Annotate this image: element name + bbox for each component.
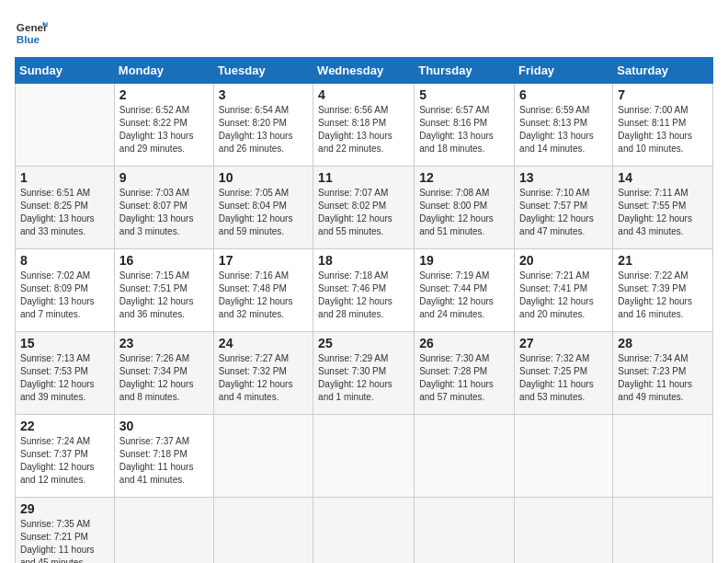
calendar-table: SundayMondayTuesdayWednesdayThursdayFrid…: [15, 57, 713, 563]
day-info: Sunrise: 7:05 AMSunset: 8:04 PMDaylight:…: [219, 187, 308, 238]
calendar-cell-day-23: 23Sunrise: 7:26 AMSunset: 7:34 PMDayligh…: [114, 332, 213, 415]
day-info: Sunrise: 7:10 AMSunset: 7:57 PMDaylight:…: [519, 187, 608, 238]
empty-cell: [515, 498, 613, 564]
day-number: 16: [119, 253, 209, 268]
col-header-tuesday: Tuesday: [213, 58, 313, 84]
day-info: Sunrise: 6:59 AMSunset: 8:13 PMDaylight:…: [519, 104, 608, 155]
calendar-cell-day-20: 20Sunrise: 7:21 AMSunset: 7:41 PMDayligh…: [515, 249, 613, 332]
day-number: 28: [618, 336, 708, 350]
calendar-cell-day-10: 10Sunrise: 7:05 AMSunset: 8:04 PMDayligh…: [213, 167, 313, 249]
day-info: Sunrise: 7:02 AMSunset: 8:09 PMDaylight:…: [20, 270, 109, 321]
empty-cell: [613, 498, 713, 564]
day-number: 4: [318, 87, 409, 102]
svg-text:Blue: Blue: [17, 33, 40, 45]
day-number: 26: [419, 336, 509, 350]
day-info: Sunrise: 7:21 AMSunset: 7:41 PMDaylight:…: [519, 270, 608, 321]
day-number: 25: [318, 336, 409, 350]
day-number: 6: [519, 87, 608, 102]
day-number: 10: [219, 170, 308, 185]
calendar-cell-day-3: 3Sunrise: 6:54 AMSunset: 8:20 PMDaylight…: [213, 84, 313, 167]
col-header-saturday: Saturday: [613, 58, 713, 84]
empty-cell: [114, 498, 213, 564]
col-header-monday: Monday: [114, 58, 213, 84]
day-number: 18: [318, 253, 409, 268]
day-number: 23: [119, 336, 209, 350]
day-info: Sunrise: 7:08 AMSunset: 8:00 PMDaylight:…: [419, 187, 509, 238]
day-info: Sunrise: 7:24 AMSunset: 7:37 PMDaylight:…: [20, 435, 109, 487]
day-info: Sunrise: 7:34 AMSunset: 7:23 PMDaylight:…: [618, 352, 708, 404]
day-number: 11: [318, 170, 409, 185]
day-number: 29: [20, 501, 109, 516]
col-header-friday: Friday: [515, 58, 613, 84]
col-header-wednesday: Wednesday: [313, 58, 415, 84]
calendar-cell-day-16: 16Sunrise: 7:15 AMSunset: 7:51 PMDayligh…: [114, 249, 213, 332]
day-info: Sunrise: 6:54 AMSunset: 8:20 PMDaylight:…: [219, 104, 308, 155]
day-number: 12: [419, 170, 509, 185]
day-number: 3: [219, 87, 308, 102]
calendar-cell-day-25: 25Sunrise: 7:29 AMSunset: 7:30 PMDayligh…: [313, 332, 415, 415]
day-info: Sunrise: 7:29 AMSunset: 7:30 PMDaylight:…: [318, 352, 409, 404]
day-info: Sunrise: 7:30 AMSunset: 7:28 PMDaylight:…: [419, 352, 509, 404]
day-info: Sunrise: 7:19 AMSunset: 7:44 PMDaylight:…: [419, 270, 509, 321]
day-number: 9: [119, 170, 209, 185]
empty-cell: [313, 498, 415, 564]
calendar-cell-day-14: 14Sunrise: 7:11 AMSunset: 7:55 PMDayligh…: [613, 167, 713, 249]
calendar-cell-day-18: 18Sunrise: 7:18 AMSunset: 7:46 PMDayligh…: [313, 249, 415, 332]
col-header-sunday: Sunday: [16, 58, 115, 84]
day-info: Sunrise: 7:26 AMSunset: 7:34 PMDaylight:…: [119, 352, 209, 404]
col-header-thursday: Thursday: [415, 58, 515, 84]
calendar-cell-day-13: 13Sunrise: 7:10 AMSunset: 7:57 PMDayligh…: [515, 167, 613, 249]
day-number: 15: [20, 336, 109, 350]
calendar-cell-day-7: 7Sunrise: 7:00 AMSunset: 8:11 PMDaylight…: [613, 84, 713, 167]
logo-icon: General Blue: [15, 15, 48, 48]
day-number: 22: [20, 419, 109, 433]
day-info: Sunrise: 6:56 AMSunset: 8:18 PMDaylight:…: [318, 104, 409, 155]
calendar-cell-day-1: 1Sunrise: 6:51 AMSunset: 8:25 PMDaylight…: [16, 167, 115, 249]
day-number: 20: [519, 253, 608, 268]
day-number: 14: [618, 170, 708, 185]
calendar-cell-day-28: 28Sunrise: 7:34 AMSunset: 7:23 PMDayligh…: [613, 332, 713, 415]
calendar-cell-day-11: 11Sunrise: 7:07 AMSunset: 8:02 PMDayligh…: [313, 167, 415, 249]
day-number: 30: [119, 419, 209, 433]
empty-cell: [213, 415, 313, 498]
calendar-cell-day-17: 17Sunrise: 7:16 AMSunset: 7:48 PMDayligh…: [213, 249, 313, 332]
logo: General Blue: [15, 15, 48, 48]
day-number: 5: [419, 87, 509, 102]
day-info: Sunrise: 6:51 AMSunset: 8:25 PMDaylight:…: [20, 187, 109, 238]
empty-cell: [415, 415, 515, 498]
day-number: 7: [618, 87, 708, 102]
calendar-cell-day-27: 27Sunrise: 7:32 AMSunset: 7:25 PMDayligh…: [515, 332, 613, 415]
calendar-cell-day-29: 29Sunrise: 7:35 AMSunset: 7:21 PMDayligh…: [16, 498, 115, 564]
empty-cell: [415, 498, 515, 564]
day-number: 24: [219, 336, 308, 350]
day-info: Sunrise: 7:11 AMSunset: 7:55 PMDaylight:…: [618, 187, 708, 238]
day-info: Sunrise: 7:18 AMSunset: 7:46 PMDaylight:…: [318, 270, 409, 321]
day-info: Sunrise: 6:57 AMSunset: 8:16 PMDaylight:…: [419, 104, 509, 155]
day-info: Sunrise: 7:32 AMSunset: 7:25 PMDaylight:…: [519, 352, 608, 404]
empty-cell: [213, 498, 313, 564]
day-info: Sunrise: 6:52 AMSunset: 8:22 PMDaylight:…: [119, 104, 209, 155]
day-number: 2: [119, 87, 209, 102]
day-number: 17: [219, 253, 308, 268]
empty-cell: [16, 84, 115, 167]
calendar-cell-day-21: 21Sunrise: 7:22 AMSunset: 7:39 PMDayligh…: [613, 249, 713, 332]
day-info: Sunrise: 7:27 AMSunset: 7:32 PMDaylight:…: [219, 352, 308, 404]
day-number: 8: [20, 253, 109, 268]
day-info: Sunrise: 7:37 AMSunset: 7:18 PMDaylight:…: [119, 435, 209, 487]
calendar-cell-day-15: 15Sunrise: 7:13 AMSunset: 7:53 PMDayligh…: [16, 332, 115, 415]
calendar-cell-day-6: 6Sunrise: 6:59 AMSunset: 8:13 PMDaylight…: [515, 84, 613, 167]
calendar-cell-day-26: 26Sunrise: 7:30 AMSunset: 7:28 PMDayligh…: [415, 332, 515, 415]
empty-cell: [313, 415, 415, 498]
calendar-cell-day-22: 22Sunrise: 7:24 AMSunset: 7:37 PMDayligh…: [16, 415, 115, 498]
calendar-cell-day-12: 12Sunrise: 7:08 AMSunset: 8:00 PMDayligh…: [415, 167, 515, 249]
day-info: Sunrise: 7:13 AMSunset: 7:53 PMDaylight:…: [20, 352, 109, 404]
calendar-cell-day-19: 19Sunrise: 7:19 AMSunset: 7:44 PMDayligh…: [415, 249, 515, 332]
day-number: 13: [519, 170, 608, 185]
day-number: 21: [618, 253, 708, 268]
calendar-cell-day-24: 24Sunrise: 7:27 AMSunset: 7:32 PMDayligh…: [213, 332, 313, 415]
day-number: 27: [519, 336, 608, 350]
empty-cell: [515, 415, 613, 498]
calendar-cell-day-9: 9Sunrise: 7:03 AMSunset: 8:07 PMDaylight…: [114, 167, 213, 249]
day-info: Sunrise: 7:35 AMSunset: 7:21 PMDaylight:…: [20, 518, 109, 563]
day-info: Sunrise: 7:03 AMSunset: 8:07 PMDaylight:…: [119, 187, 209, 238]
